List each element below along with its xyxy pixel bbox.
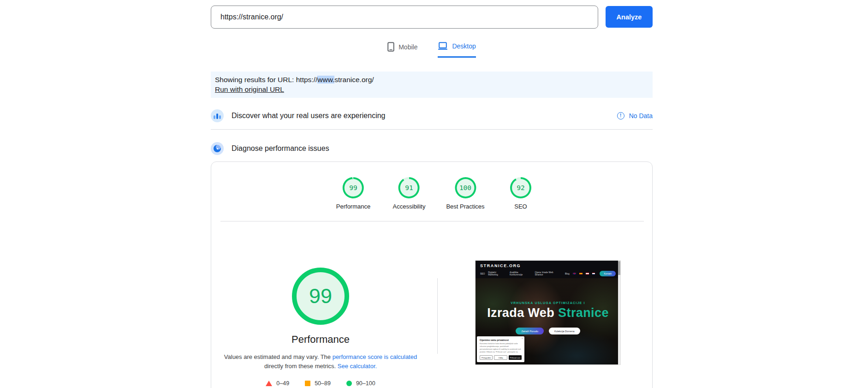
- results-url-banner: Showing results for URL: https://www.str…: [211, 72, 653, 98]
- best-practices-score-ring: 100: [455, 177, 476, 198]
- thumb-site-header: STRANICE.ORG SEO Digitalni Marketing Ana…: [476, 261, 620, 278]
- info-icon[interactable]: !: [617, 112, 624, 119]
- results-url-text: Showing results for URL: https://www.str…: [215, 75, 648, 84]
- tab-desktop-label: Desktop: [452, 42, 476, 50]
- legend-item-good: 90–100: [346, 380, 375, 387]
- thumb-cookie-dialog: × Cijenimo vašu privatnost Koristimo kol…: [477, 336, 524, 362]
- thumb-hero-title: Izrada Web Stranice: [476, 306, 620, 320]
- thumb-cookie-body: Koristimo kolačiće kako bismo poboljšali…: [480, 342, 522, 354]
- performance-score-label: Performance: [336, 203, 370, 210]
- analyze-button[interactable]: Analyze: [606, 6, 653, 28]
- performance-section-title: Performance: [228, 334, 413, 346]
- tab-mobile-label: Mobile: [398, 43, 417, 51]
- legend-item-average: 50–89: [305, 380, 331, 387]
- section-divider: [211, 129, 653, 130]
- performance-main-gauge: 99: [292, 268, 349, 325]
- legend-item-poor: 0–49: [266, 380, 289, 387]
- field-data-section: Discover what your real users are experi…: [211, 109, 653, 123]
- pagespeed-insights-page: Analyze Mobile Desktop Showing results f…: [0, 0, 868, 388]
- site-thumbnail: STRANICE.ORG SEO Digitalni Marketing Ana…: [475, 260, 621, 365]
- run-original-url-link[interactable]: Run with original URL: [215, 85, 284, 93]
- analyze-bar: Analyze: [211, 6, 653, 29]
- lab-data-title: Diagnose performance issues: [232, 144, 329, 153]
- thumb-cookie-decline-button: Odbij: [494, 355, 507, 360]
- seo-score-ring: 92: [510, 177, 531, 198]
- card-divider: [220, 221, 644, 221]
- thumb-scrollbar: [618, 261, 620, 364]
- netherlands-flag-icon: [592, 273, 595, 275]
- see-calculator-link[interactable]: See calculator.: [338, 363, 377, 370]
- tab-desktop[interactable]: Desktop: [438, 42, 476, 58]
- no-data-link[interactable]: No Data: [629, 112, 653, 119]
- report-card: 99 Performance 91 Accessibility 100 Best…: [211, 161, 653, 388]
- seo-score-value: 92: [512, 179, 529, 197]
- best-practices-score-value: 100: [457, 179, 474, 197]
- accessibility-score-label: Accessibility: [393, 203, 426, 210]
- thumb-cookie-title: Cijenimo vašu privatnost: [480, 339, 522, 341]
- score-disclaimer: Values are estimated and may vary. The p…: [219, 352, 422, 371]
- thumb-hero-button-secondary: Kolekcija Domena: [549, 328, 580, 334]
- thumb-hero-button-primary: Zatraži Ponudu: [516, 328, 544, 334]
- thumb-cookie-close-icon: ×: [522, 337, 523, 340]
- score-calculation-link[interactable]: performance score is calculated: [333, 353, 417, 360]
- thumb-site-logo: STRANICE.ORG: [480, 263, 616, 268]
- accessibility-score-value: 91: [400, 179, 418, 197]
- performance-main-score: 99: [309, 284, 332, 308]
- tab-mobile[interactable]: Mobile: [387, 42, 417, 58]
- best-practices-score-label: Best Practices: [446, 203, 484, 210]
- thumb-site-nav: SEO Digitalni Marketing Analitika Konkur…: [480, 271, 616, 276]
- diagnose-gauge-icon: [211, 142, 224, 155]
- thumb-contact-button: Kontakt: [600, 271, 616, 276]
- field-data-title: Discover what your real users are experi…: [232, 112, 385, 120]
- category-gauge-seo[interactable]: 92 SEO: [510, 177, 531, 210]
- vertical-divider: [437, 278, 438, 354]
- accessibility-score-ring: 91: [398, 177, 420, 198]
- score-legend: 0–49 50–89 90–100: [228, 380, 413, 387]
- thumb-cookie-accept-button: Prihvati sve: [509, 355, 522, 360]
- category-gauge-accessibility[interactable]: 91 Accessibility: [393, 177, 426, 210]
- url-highlight: www.: [317, 76, 334, 84]
- austria-flag-icon: [586, 273, 589, 275]
- category-gauge-performance[interactable]: 99 Performance: [336, 177, 370, 210]
- seo-score-label: SEO: [514, 203, 527, 210]
- uk-flag-icon: [573, 273, 576, 275]
- lab-data-section: Diagnose performance issues: [211, 142, 653, 155]
- device-tabs: Mobile Desktop: [211, 42, 653, 58]
- performance-score-ring: 99: [343, 177, 364, 198]
- mobile-phone-icon: [387, 42, 394, 52]
- performance-score-value: 99: [345, 179, 362, 197]
- desktop-laptop-icon: [438, 42, 448, 50]
- url-input[interactable]: [211, 6, 598, 29]
- category-gauge-best-practices[interactable]: 100 Best Practices: [446, 177, 484, 210]
- red-triangle-icon: [266, 381, 272, 386]
- thumb-hero-kicker: VRHUNSKA USLUGA OPTIMIZACIJE I: [476, 301, 620, 304]
- orange-square-icon: [305, 381, 310, 386]
- real-users-icon: [211, 109, 224, 122]
- green-circle-icon: [346, 381, 352, 386]
- thumb-cookie-customize-button: Prilagodite: [480, 355, 493, 360]
- spain-flag-icon: [579, 273, 583, 275]
